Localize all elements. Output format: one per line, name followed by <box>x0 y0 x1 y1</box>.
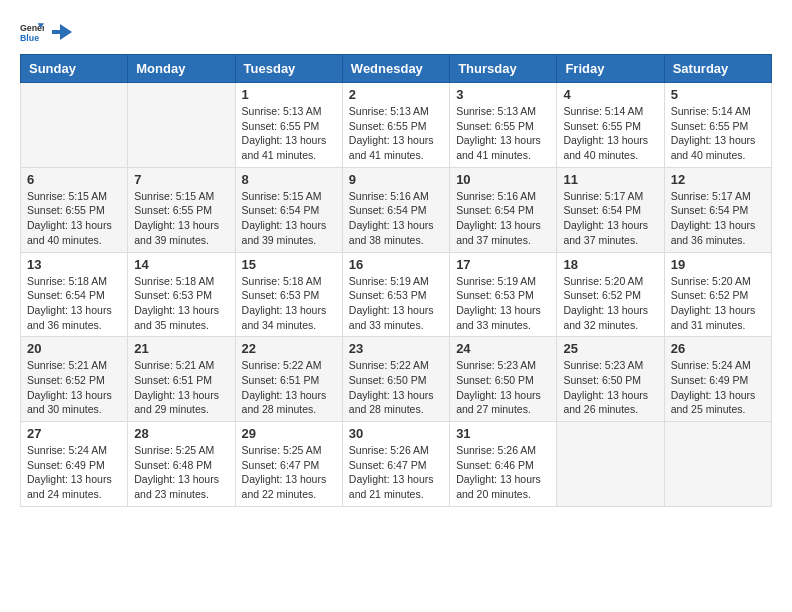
day-detail: Sunrise: 5:24 AMSunset: 6:49 PMDaylight:… <box>27 443 121 502</box>
page-header: General Blue <box>20 20 772 44</box>
day-number: 8 <box>242 172 336 187</box>
day-number: 1 <box>242 87 336 102</box>
calendar-cell: 29Sunrise: 5:25 AMSunset: 6:47 PMDayligh… <box>235 422 342 507</box>
day-number: 3 <box>456 87 550 102</box>
day-number: 15 <box>242 257 336 272</box>
weekday-header-row: SundayMondayTuesdayWednesdayThursdayFrid… <box>21 55 772 83</box>
calendar-cell: 6Sunrise: 5:15 AMSunset: 6:55 PMDaylight… <box>21 167 128 252</box>
day-number: 20 <box>27 341 121 356</box>
day-number: 22 <box>242 341 336 356</box>
day-number: 11 <box>563 172 657 187</box>
day-number: 23 <box>349 341 443 356</box>
day-detail: Sunrise: 5:18 AMSunset: 6:53 PMDaylight:… <box>134 274 228 333</box>
svg-marker-3 <box>52 24 72 40</box>
calendar-week-row: 6Sunrise: 5:15 AMSunset: 6:55 PMDaylight… <box>21 167 772 252</box>
day-number: 17 <box>456 257 550 272</box>
calendar-cell: 14Sunrise: 5:18 AMSunset: 6:53 PMDayligh… <box>128 252 235 337</box>
day-detail: Sunrise: 5:21 AMSunset: 6:51 PMDaylight:… <box>134 358 228 417</box>
day-detail: Sunrise: 5:24 AMSunset: 6:49 PMDaylight:… <box>671 358 765 417</box>
calendar-cell: 25Sunrise: 5:23 AMSunset: 6:50 PMDayligh… <box>557 337 664 422</box>
day-detail: Sunrise: 5:13 AMSunset: 6:55 PMDaylight:… <box>242 104 336 163</box>
calendar-cell: 28Sunrise: 5:25 AMSunset: 6:48 PMDayligh… <box>128 422 235 507</box>
day-detail: Sunrise: 5:20 AMSunset: 6:52 PMDaylight:… <box>563 274 657 333</box>
calendar-cell: 8Sunrise: 5:15 AMSunset: 6:54 PMDaylight… <box>235 167 342 252</box>
day-detail: Sunrise: 5:22 AMSunset: 6:50 PMDaylight:… <box>349 358 443 417</box>
calendar-cell <box>21 83 128 168</box>
calendar-cell <box>128 83 235 168</box>
calendar-cell: 12Sunrise: 5:17 AMSunset: 6:54 PMDayligh… <box>664 167 771 252</box>
day-number: 29 <box>242 426 336 441</box>
day-detail: Sunrise: 5:16 AMSunset: 6:54 PMDaylight:… <box>456 189 550 248</box>
day-detail: Sunrise: 5:16 AMSunset: 6:54 PMDaylight:… <box>349 189 443 248</box>
day-number: 28 <box>134 426 228 441</box>
logo: General Blue <box>20 20 72 44</box>
day-detail: Sunrise: 5:26 AMSunset: 6:47 PMDaylight:… <box>349 443 443 502</box>
day-detail: Sunrise: 5:14 AMSunset: 6:55 PMDaylight:… <box>671 104 765 163</box>
day-detail: Sunrise: 5:18 AMSunset: 6:54 PMDaylight:… <box>27 274 121 333</box>
day-number: 19 <box>671 257 765 272</box>
day-detail: Sunrise: 5:13 AMSunset: 6:55 PMDaylight:… <box>456 104 550 163</box>
calendar-cell: 21Sunrise: 5:21 AMSunset: 6:51 PMDayligh… <box>128 337 235 422</box>
weekday-header-thursday: Thursday <box>450 55 557 83</box>
calendar-cell: 18Sunrise: 5:20 AMSunset: 6:52 PMDayligh… <box>557 252 664 337</box>
day-number: 9 <box>349 172 443 187</box>
calendar-cell: 11Sunrise: 5:17 AMSunset: 6:54 PMDayligh… <box>557 167 664 252</box>
calendar-cell: 17Sunrise: 5:19 AMSunset: 6:53 PMDayligh… <box>450 252 557 337</box>
day-detail: Sunrise: 5:15 AMSunset: 6:55 PMDaylight:… <box>27 189 121 248</box>
day-number: 26 <box>671 341 765 356</box>
weekday-header-tuesday: Tuesday <box>235 55 342 83</box>
calendar-cell: 10Sunrise: 5:16 AMSunset: 6:54 PMDayligh… <box>450 167 557 252</box>
day-number: 16 <box>349 257 443 272</box>
calendar-cell: 3Sunrise: 5:13 AMSunset: 6:55 PMDaylight… <box>450 83 557 168</box>
day-number: 13 <box>27 257 121 272</box>
day-number: 10 <box>456 172 550 187</box>
calendar-cell: 30Sunrise: 5:26 AMSunset: 6:47 PMDayligh… <box>342 422 449 507</box>
day-detail: Sunrise: 5:15 AMSunset: 6:55 PMDaylight:… <box>134 189 228 248</box>
weekday-header-monday: Monday <box>128 55 235 83</box>
calendar-cell: 7Sunrise: 5:15 AMSunset: 6:55 PMDaylight… <box>128 167 235 252</box>
day-detail: Sunrise: 5:21 AMSunset: 6:52 PMDaylight:… <box>27 358 121 417</box>
calendar-cell: 22Sunrise: 5:22 AMSunset: 6:51 PMDayligh… <box>235 337 342 422</box>
calendar-cell: 4Sunrise: 5:14 AMSunset: 6:55 PMDaylight… <box>557 83 664 168</box>
day-number: 27 <box>27 426 121 441</box>
calendar-cell: 31Sunrise: 5:26 AMSunset: 6:46 PMDayligh… <box>450 422 557 507</box>
calendar-week-row: 27Sunrise: 5:24 AMSunset: 6:49 PMDayligh… <box>21 422 772 507</box>
day-detail: Sunrise: 5:23 AMSunset: 6:50 PMDaylight:… <box>563 358 657 417</box>
day-number: 18 <box>563 257 657 272</box>
logo-icon: General Blue <box>20 20 44 44</box>
calendar-cell: 24Sunrise: 5:23 AMSunset: 6:50 PMDayligh… <box>450 337 557 422</box>
day-detail: Sunrise: 5:23 AMSunset: 6:50 PMDaylight:… <box>456 358 550 417</box>
calendar-cell: 26Sunrise: 5:24 AMSunset: 6:49 PMDayligh… <box>664 337 771 422</box>
calendar-table: SundayMondayTuesdayWednesdayThursdayFrid… <box>20 54 772 507</box>
day-detail: Sunrise: 5:25 AMSunset: 6:47 PMDaylight:… <box>242 443 336 502</box>
day-detail: Sunrise: 5:19 AMSunset: 6:53 PMDaylight:… <box>349 274 443 333</box>
day-detail: Sunrise: 5:25 AMSunset: 6:48 PMDaylight:… <box>134 443 228 502</box>
day-detail: Sunrise: 5:17 AMSunset: 6:54 PMDaylight:… <box>671 189 765 248</box>
day-number: 5 <box>671 87 765 102</box>
day-number: 12 <box>671 172 765 187</box>
calendar-week-row: 13Sunrise: 5:18 AMSunset: 6:54 PMDayligh… <box>21 252 772 337</box>
weekday-header-wednesday: Wednesday <box>342 55 449 83</box>
calendar-cell: 23Sunrise: 5:22 AMSunset: 6:50 PMDayligh… <box>342 337 449 422</box>
day-number: 14 <box>134 257 228 272</box>
svg-text:Blue: Blue <box>20 33 39 43</box>
calendar-cell: 1Sunrise: 5:13 AMSunset: 6:55 PMDaylight… <box>235 83 342 168</box>
weekday-header-saturday: Saturday <box>664 55 771 83</box>
day-detail: Sunrise: 5:17 AMSunset: 6:54 PMDaylight:… <box>563 189 657 248</box>
calendar-cell <box>664 422 771 507</box>
day-number: 21 <box>134 341 228 356</box>
weekday-header-sunday: Sunday <box>21 55 128 83</box>
calendar-cell: 16Sunrise: 5:19 AMSunset: 6:53 PMDayligh… <box>342 252 449 337</box>
calendar-week-row: 1Sunrise: 5:13 AMSunset: 6:55 PMDaylight… <box>21 83 772 168</box>
calendar-cell: 27Sunrise: 5:24 AMSunset: 6:49 PMDayligh… <box>21 422 128 507</box>
day-detail: Sunrise: 5:15 AMSunset: 6:54 PMDaylight:… <box>242 189 336 248</box>
calendar-cell: 20Sunrise: 5:21 AMSunset: 6:52 PMDayligh… <box>21 337 128 422</box>
day-detail: Sunrise: 5:26 AMSunset: 6:46 PMDaylight:… <box>456 443 550 502</box>
day-number: 4 <box>563 87 657 102</box>
calendar-cell: 19Sunrise: 5:20 AMSunset: 6:52 PMDayligh… <box>664 252 771 337</box>
day-detail: Sunrise: 5:18 AMSunset: 6:53 PMDaylight:… <box>242 274 336 333</box>
calendar-cell: 5Sunrise: 5:14 AMSunset: 6:55 PMDaylight… <box>664 83 771 168</box>
day-detail: Sunrise: 5:13 AMSunset: 6:55 PMDaylight:… <box>349 104 443 163</box>
weekday-header-friday: Friday <box>557 55 664 83</box>
day-detail: Sunrise: 5:22 AMSunset: 6:51 PMDaylight:… <box>242 358 336 417</box>
